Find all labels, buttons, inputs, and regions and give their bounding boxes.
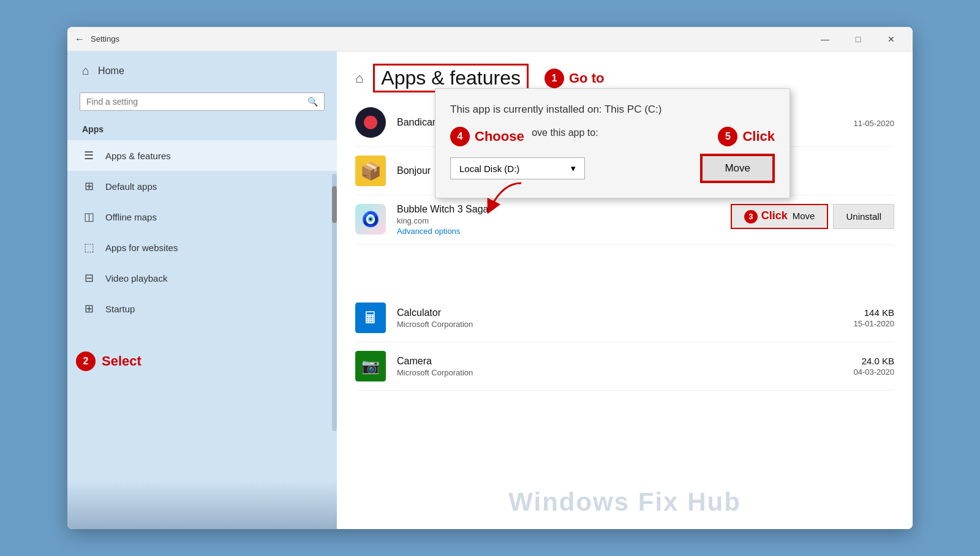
title-bar-controls: — □ ✕ <box>811 29 905 49</box>
annotation-click5-text: Click <box>742 129 775 145</box>
calculator-meta: 144 KB 15-01-2020 <box>854 307 895 328</box>
annotation-circle-5: 5 <box>718 127 737 146</box>
main-content: ⌂ Apps & features 1 Go to <box>337 51 913 529</box>
dialog-move-button[interactable]: Move <box>701 155 774 182</box>
default-apps-icon: ⊞ <box>82 179 96 193</box>
search-input[interactable] <box>86 97 303 107</box>
bonjour-icon-wrap: 📦 <box>355 156 386 186</box>
calculator-sub: Microsoft Corporation <box>397 320 854 329</box>
sidebar: ⌂ Home 🔍 Apps ☰ Apps & features ⊞ Defaul… <box>67 51 337 529</box>
bubble-uninstall-button[interactable]: Uninstall <box>833 204 894 229</box>
bubble-icon-wrap: 🧿 <box>355 204 386 235</box>
annotation-circle-2: 2 <box>76 351 96 371</box>
move-dialog: This app is currently installed on: This… <box>435 99 790 198</box>
sidebar-item-apps-websites[interactable]: ⬚ Apps for websites <box>67 232 337 263</box>
sidebar-bottom-fade <box>67 480 337 529</box>
drive-option: Local Disk (D:) <box>459 163 519 174</box>
minimize-button[interactable]: — <box>811 29 839 49</box>
dialog-move-label: ove this app to: <box>529 127 598 138</box>
annotation-click5: 5 Click <box>718 127 775 146</box>
calculator-size: 144 KB <box>854 307 895 318</box>
dialog-move-wrap: 5 Click Move <box>700 154 775 183</box>
camera-date: 04-03-2020 <box>854 367 895 377</box>
app-item-calculator: 🖩 Calculator Microsoft Corporation 144 K… <box>355 294 894 342</box>
title-bar: ← Settings — □ ✕ <box>67 27 913 51</box>
camera-icon-wrap: 📷 <box>355 351 386 381</box>
camera-size: 24.0 KB <box>854 356 895 366</box>
annotation-select-text: Select <box>102 353 141 369</box>
drive-select[interactable]: Local Disk (D:) ▾ <box>450 157 585 179</box>
annotation-circle-1: 1 <box>545 69 564 88</box>
sidebar-item-home[interactable]: ⌂ Home <box>67 51 337 90</box>
search-box[interactable]: 🔍 <box>80 92 325 111</box>
app-item-bubble: 🧿 Bubble Witch 3 Saga king.com Advanced … <box>355 195 894 245</box>
annotation-goto: 1 Go to <box>545 69 604 88</box>
dialog-installed-text: This app is currently installed on: This… <box>450 103 775 116</box>
bandicam-date: 11-05-2020 <box>854 119 895 128</box>
apps-features-icon: ☰ <box>82 149 96 162</box>
sidebar-item-label-offline-maps: Offline maps <box>105 212 157 222</box>
home-icon: ⌂ <box>82 64 89 78</box>
sidebar-item-apps-features[interactable]: ☰ Apps & features <box>67 140 337 171</box>
title-bar-left: ← Settings <box>75 34 119 45</box>
calculator-date: 15-01-2020 <box>854 319 895 328</box>
window-title: Settings <box>91 34 119 43</box>
bandicam-icon <box>355 107 386 138</box>
annotation-circle-4: 4 <box>450 127 470 146</box>
scroll-indicator[interactable] <box>332 174 337 431</box>
settings-window: ← Settings — □ ✕ ⌂ Home 🔍 Apps ☰ Apps & … <box>67 27 913 529</box>
search-icon: 🔍 <box>307 97 318 107</box>
scroll-thumb <box>332 186 337 223</box>
close-button[interactable]: ✕ <box>877 29 905 49</box>
bonjour-icon: 📦 <box>355 156 386 186</box>
sidebar-item-label-apps-websites: Apps for websites <box>105 242 178 253</box>
bubble-advanced-link[interactable]: Advanced options <box>397 227 721 236</box>
sidebar-item-default-apps[interactable]: ⊞ Default apps <box>67 171 337 201</box>
bubble-buttons: 3ClickMove Uninstall <box>731 204 894 229</box>
sidebar-item-label-apps-features: Apps & features <box>105 151 171 161</box>
sidebar-item-label-startup: Startup <box>105 304 135 314</box>
camera-sub: Microsoft Corporation <box>397 368 854 377</box>
chevron-down-icon: ▾ <box>571 163 576 174</box>
camera-info: Camera Microsoft Corporation <box>397 356 854 377</box>
main-title: Apps & features <box>381 67 521 89</box>
bubble-info: Bubble Witch 3 Saga king.com Advanced op… <box>397 204 721 236</box>
bubble-sub: king.com <box>397 216 721 225</box>
sidebar-item-label-video-playback: Video playback <box>105 273 167 284</box>
app-list: Bandicam 11-05-2020 📦 Bonjour <box>337 99 913 529</box>
calculator-name: Calculator <box>397 307 854 318</box>
annotation-choose-text: Choose <box>475 129 524 145</box>
dialog-arrow <box>484 177 533 216</box>
bandicam-icon-wrap <box>355 107 386 138</box>
bandicam-meta: 11-05-2020 <box>854 118 895 128</box>
bubble-icon: 🧿 <box>355 204 386 235</box>
dialog-move-btn-box: Move <box>700 154 775 183</box>
main-header-icon: ⌂ <box>355 70 363 86</box>
annotation-select: 2 Select <box>76 351 141 371</box>
calculator-info: Calculator Microsoft Corporation <box>397 307 854 329</box>
sidebar-item-startup[interactable]: ⊞ Startup <box>67 293 337 324</box>
content-area: ⌂ Home 🔍 Apps ☰ Apps & features ⊞ Defaul… <box>67 51 913 529</box>
calculator-icon-wrap: 🖩 <box>355 302 386 333</box>
app-item-camera: 📷 Camera Microsoft Corporation 24.0 KB 0… <box>355 342 894 391</box>
video-playback-icon: ⊟ <box>82 271 96 285</box>
camera-meta: 24.0 KB 04-03-2020 <box>854 356 895 377</box>
annotation-goto-text: Go to <box>569 70 604 86</box>
camera-name: Camera <box>397 356 854 367</box>
sidebar-item-video-playback[interactable]: ⊟ Video playback <box>67 263 337 293</box>
apps-websites-icon: ⬚ <box>82 241 96 254</box>
bubble-name: Bubble Witch 3 Saga <box>397 204 721 215</box>
startup-icon: ⊞ <box>82 302 96 315</box>
back-icon[interactable]: ← <box>75 34 85 45</box>
offline-maps-icon: ◫ <box>82 210 96 224</box>
camera-icon: 📷 <box>355 351 386 381</box>
sidebar-section-label: Apps <box>67 122 337 140</box>
bandicam-dot <box>364 116 377 129</box>
calculator-icon: 🖩 <box>355 302 386 333</box>
sidebar-item-offline-maps[interactable]: ◫ Offline maps <box>67 201 337 232</box>
sidebar-item-label-default-apps: Default apps <box>105 181 157 192</box>
bubble-move-button[interactable]: 3ClickMove <box>731 204 829 229</box>
maximize-button[interactable]: □ <box>844 29 872 49</box>
